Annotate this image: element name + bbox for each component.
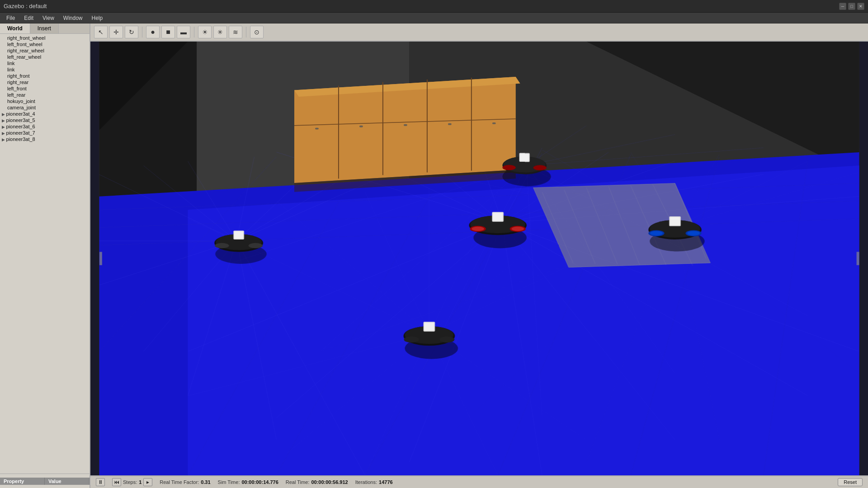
tab-insert[interactable]: Insert [30, 23, 59, 33]
tree-item-pioneer3at-6[interactable]: pioneer3at_6 [0, 123, 90, 130]
select-tool-button[interactable]: ↖ [94, 26, 108, 38]
tree-item-right-rear-wheel[interactable]: right_rear_wheel [0, 47, 90, 54]
spot-light-button[interactable]: ✳ [213, 26, 227, 38]
directional-light-button[interactable]: ≋ [229, 26, 242, 38]
sun-light-button[interactable]: ☀ [198, 26, 212, 38]
main-layout: World Insert right_front_wheel left_fron… [0, 23, 868, 488]
realtime-label: Real Time: [286, 479, 310, 485]
iterations-control: Iterations: 14776 [355, 479, 393, 485]
viewport[interactable] [90, 42, 868, 475]
statusbar: ⏸ ⏮ Steps: 1 ▸ Real Time Factor: 0.31 Si… [90, 475, 868, 488]
sidebar-tabs: World Insert [0, 23, 90, 34]
svg-point-139 [650, 231, 662, 235]
rtf-control: Real Time Factor: 0.31 [160, 479, 210, 485]
step-control: ⏮ Steps: 1 ▸ [112, 478, 152, 486]
property-column-header: Property [0, 478, 45, 485]
svg-rect-126 [234, 231, 243, 239]
tree-item-left-front-wheel[interactable]: left_front_wheel [0, 41, 90, 47]
svg-rect-110 [520, 154, 529, 161]
window-controls: ─ □ ✕ [839, 3, 864, 10]
step-back-button[interactable]: ⏮ [112, 478, 121, 486]
tree-item-right-front[interactable]: right_front [0, 73, 90, 79]
minimize-button[interactable]: ─ [839, 3, 846, 10]
steps-label: Steps: [123, 479, 137, 485]
svg-rect-101 [403, 124, 407, 126]
tree-item-link-2[interactable]: link [0, 66, 90, 73]
svg-rect-144 [857, 252, 859, 265]
tree-item-pioneer3at-5[interactable]: pioneer3at_5 [0, 117, 90, 123]
step-forward-button[interactable]: ▸ [143, 478, 152, 486]
tree-item-hokuyo-joint[interactable]: hokuyo_joint [0, 98, 90, 104]
titlebar: Gazebo : default ─ □ ✕ [0, 0, 868, 13]
tree-item-left-rear-wheel[interactable]: left_rear_wheel [0, 54, 90, 60]
simtime-value: 00:00:00:14.776 [241, 479, 278, 485]
tree-item-right-front-wheel[interactable]: right_front_wheel [0, 35, 90, 41]
simtime-label: Sim Time: [218, 479, 240, 485]
translate-tool-button[interactable]: ✛ [109, 26, 123, 38]
tree-item-left-rear[interactable]: left_rear [0, 92, 90, 98]
window-title: Gazebo : default [4, 3, 47, 9]
sidebar-properties: Property Value [0, 474, 90, 488]
right-area: ↖ ✛ ↻ ● ■ ▬ ☀ ✳ ≋ ⊙ [90, 23, 868, 488]
property-header: Property Value [0, 478, 90, 485]
screenshot-button[interactable]: ⊙ [250, 26, 264, 38]
svg-rect-133 [425, 323, 434, 331]
svg-point-130 [404, 336, 419, 343]
svg-point-131 [439, 336, 454, 343]
tree-item-left-front[interactable]: left_front [0, 85, 90, 92]
svg-marker-6 [188, 165, 859, 475]
svg-point-117 [512, 226, 524, 231]
svg-point-124 [249, 243, 263, 249]
rotate-tool-button[interactable]: ↻ [125, 26, 138, 38]
svg-point-140 [687, 231, 699, 235]
toolbar: ↖ ✛ ↻ ● ■ ▬ ☀ ✳ ≋ ⊙ [90, 23, 868, 42]
sidebar: World Insert right_front_wheel left_fron… [0, 23, 90, 488]
scene-view [90, 42, 868, 475]
menu-view[interactable]: View [38, 14, 59, 22]
tree-item-link-1[interactable]: link [0, 60, 90, 66]
pause-button[interactable]: ⏸ [96, 478, 105, 486]
rtf-value: 0.31 [201, 479, 210, 485]
value-column-header: Value [45, 478, 90, 485]
tab-world[interactable]: World [0, 23, 30, 33]
svg-rect-142 [670, 217, 680, 225]
iterations-value: 14776 [379, 479, 393, 485]
sidebar-tree: right_front_wheel left_front_wheel right… [0, 34, 90, 474]
menu-edit[interactable]: Edit [19, 14, 38, 22]
toolbar-sep-1 [142, 27, 142, 38]
menubar: File Edit View Window Help [0, 13, 868, 23]
toolbar-sep-2 [194, 27, 194, 38]
realtime-control: Real Time: 00:00:00:56.912 [286, 479, 348, 485]
svg-point-107 [502, 165, 515, 170]
close-button[interactable]: ✕ [857, 3, 864, 10]
menu-file[interactable]: File [2, 14, 19, 22]
maximize-button[interactable]: □ [848, 3, 855, 10]
toolbar-sep-3 [246, 27, 246, 38]
realtime-value: 00:00:00:56.912 [311, 479, 348, 485]
svg-point-108 [533, 165, 547, 170]
svg-rect-103 [492, 122, 495, 124]
rtf-label: Real Time Factor: [160, 479, 199, 485]
sphere-button[interactable]: ● [146, 26, 160, 38]
tree-item-camera-joint[interactable]: camera_joint [0, 104, 90, 111]
steps-value: 1 [139, 479, 142, 485]
tree-item-right-rear[interactable]: right_rear [0, 79, 90, 85]
cylinder-button[interactable]: ▬ [177, 26, 190, 38]
iterations-label: Iterations: [355, 479, 377, 485]
svg-point-116 [472, 226, 484, 231]
tree-item-pioneer3at-8[interactable]: pioneer3at_8 [0, 136, 90, 142]
tree-item-pioneer3at-4[interactable]: pioneer3at_4 [0, 111, 90, 117]
tree-item-pioneer3at-7[interactable]: pioneer3at_7 [0, 130, 90, 136]
svg-rect-143 [99, 252, 102, 265]
box-button[interactable]: ■ [161, 26, 175, 38]
reset-button[interactable]: Reset [838, 478, 863, 486]
menu-window[interactable]: Window [59, 14, 87, 22]
simtime-control: Sim Time: 00:00:00:14.776 [218, 479, 278, 485]
pause-control: ⏸ [96, 478, 105, 486]
svg-point-123 [215, 243, 229, 249]
svg-rect-119 [493, 213, 503, 221]
menu-help[interactable]: Help [87, 14, 108, 22]
svg-rect-100 [359, 126, 363, 127]
svg-rect-102 [448, 123, 451, 125]
svg-rect-99 [315, 128, 319, 130]
